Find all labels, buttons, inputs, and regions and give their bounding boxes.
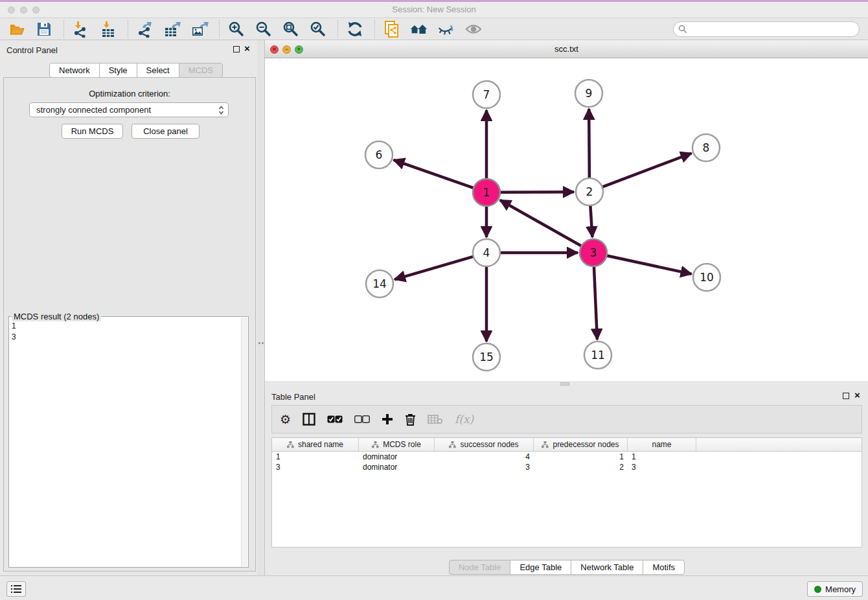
- status-bar: Memory: [0, 575, 868, 600]
- column-panel-icon[interactable]: [303, 413, 315, 426]
- mcds-result-title: MCDS result (2 nodes): [12, 312, 101, 321]
- zoom-in-icon[interactable]: [227, 20, 246, 38]
- memory-status-icon: [814, 586, 821, 593]
- tab-motifs[interactable]: Motifs: [643, 560, 685, 575]
- hide-graphics-details-icon[interactable]: [437, 20, 455, 38]
- graph-edge-3-10[interactable]: [607, 255, 692, 273]
- control-panel-title: Control Panel: [6, 45, 58, 55]
- tab-edge-table[interactable]: Edge Table: [510, 560, 571, 575]
- network-minimize-button[interactable]: −: [282, 45, 291, 54]
- tab-node-table[interactable]: Node Table: [449, 560, 511, 575]
- save-session-icon[interactable]: [35, 20, 53, 38]
- table-cell[interactable]: 3: [435, 462, 534, 472]
- column-header-MCDS-role[interactable]: MCDS role: [359, 438, 435, 451]
- graph-edge-4-14[interactable]: [394, 257, 474, 279]
- zoom-fit-icon[interactable]: [282, 20, 300, 38]
- column-header-shared-name[interactable]: shared name: [272, 438, 359, 451]
- table-settings-gear-icon[interactable]: ⚙: [280, 412, 291, 426]
- run-mcds-button[interactable]: Run MCDS: [62, 124, 123, 139]
- show-graphics-details-icon[interactable]: [464, 20, 483, 38]
- column-type-icon: [449, 441, 456, 448]
- graph-edge-2-8[interactable]: [602, 153, 692, 187]
- graph-edge-1-6[interactable]: [394, 160, 474, 188]
- toolbar-separator: [374, 20, 375, 38]
- float-table-panel-icon[interactable]: [843, 393, 849, 399]
- close-table-panel-icon[interactable]: ×: [854, 389, 860, 400]
- delete-column-trash-icon[interactable]: [405, 413, 416, 426]
- window-minimize-button[interactable]: [20, 6, 27, 14]
- unselect-all-icon[interactable]: [354, 415, 370, 423]
- split-handle[interactable]: [560, 382, 569, 386]
- tab-select[interactable]: Select: [137, 63, 179, 78]
- column-header-label: MCDS role: [383, 440, 421, 449]
- tab-style[interactable]: Style: [99, 63, 137, 78]
- tab-network-table[interactable]: Network Table: [571, 560, 643, 575]
- close-panel-button[interactable]: Close panel: [131, 124, 200, 139]
- mcds-result-scrollbar[interactable]: [241, 317, 247, 566]
- apply-layout-icon[interactable]: [346, 20, 364, 38]
- table-cell[interactable]: 1: [272, 452, 359, 462]
- close-panel-icon[interactable]: ×: [244, 43, 250, 54]
- open-session-icon[interactable]: [8, 20, 26, 38]
- control-panel-tabs: Network Style Select MCDS: [49, 63, 223, 78]
- function-builder-icon: f(x): [455, 413, 474, 426]
- graph-node-label-8: 8: [703, 141, 710, 154]
- select-all-icon[interactable]: [327, 415, 343, 423]
- import-table-icon[interactable]: [99, 20, 117, 38]
- table-cell[interactable]: 3: [272, 462, 359, 472]
- graph-node-label-1: 1: [483, 186, 490, 199]
- network-window-titlebar: × − + scc.txt: [265, 40, 868, 58]
- split-divider[interactable]: [257, 40, 264, 575]
- table-cell[interactable]: 4: [435, 452, 534, 462]
- graph-edge-2-3[interactable]: [590, 205, 592, 237]
- column-header-predecessor-nodes[interactable]: predecessor nodes: [534, 438, 628, 451]
- table-row[interactable]: 3dominator323: [272, 462, 862, 472]
- search-input[interactable]: [673, 21, 860, 37]
- criterion-dropdown[interactable]: strongly connected component: [29, 102, 229, 117]
- zoom-selected-icon[interactable]: [309, 20, 327, 38]
- chevron-up-down-icon: [218, 105, 224, 115]
- network-graph[interactable]: 7968124314101511: [265, 58, 868, 381]
- search-icon: [678, 25, 687, 34]
- network-close-button[interactable]: ×: [270, 45, 279, 54]
- add-column-icon[interactable]: [382, 413, 393, 425]
- network-window: × − + scc.txt 7968124314101511: [264, 40, 868, 387]
- import-network-icon[interactable]: [72, 20, 90, 38]
- graph-edge-2-9[interactable]: [589, 109, 589, 178]
- column-header-label: name: [652, 440, 671, 449]
- zoom-out-icon[interactable]: [255, 20, 273, 38]
- table-cell[interactable]: dominator: [359, 452, 435, 462]
- column-header-successor-nodes[interactable]: successor nodes: [435, 438, 534, 451]
- network-from-file-icon[interactable]: [383, 20, 401, 38]
- float-panel-icon[interactable]: [233, 46, 240, 52]
- network-canvas[interactable]: 7968124314101511: [265, 58, 868, 381]
- table-row[interactable]: 1dominator411: [272, 452, 862, 462]
- window-zoom-button[interactable]: [32, 6, 40, 14]
- table-cell[interactable]: dominator: [359, 462, 435, 472]
- task-history-button[interactable]: [6, 581, 26, 597]
- tab-network[interactable]: Network: [49, 63, 100, 78]
- window-close-button[interactable]: [8, 6, 15, 14]
- column-header-name[interactable]: name: [628, 438, 696, 451]
- table-panel-title: Table Panel: [271, 392, 315, 402]
- export-table-icon[interactable]: [163, 20, 181, 38]
- search-field: [673, 21, 860, 37]
- graph-edge-1-2[interactable]: [500, 192, 574, 192]
- export-image-icon[interactable]: [190, 20, 209, 38]
- tab-mcds[interactable]: MCDS: [179, 63, 223, 78]
- memory-button[interactable]: Memory: [807, 581, 863, 597]
- graph-edge-3-11[interactable]: [594, 266, 597, 340]
- toolbar-separator: [63, 20, 64, 38]
- export-network-icon[interactable]: [136, 20, 154, 38]
- mcds-result-text[interactable]: 1 3: [12, 321, 239, 564]
- table-cell[interactable]: 2: [534, 462, 628, 472]
- graph-edge-3-1[interactable]: [500, 200, 582, 246]
- table-body: 1dominator4113dominator323: [272, 452, 862, 472]
- table-cell[interactable]: 1: [628, 452, 696, 462]
- ndex-houses-icon[interactable]: [410, 20, 428, 38]
- divider-handle-icon: [258, 342, 264, 344]
- network-maximize-button[interactable]: +: [295, 45, 303, 54]
- table-cell[interactable]: 3: [628, 462, 696, 472]
- table-toolbar: ⚙ f(x): [271, 405, 862, 433]
- table-cell[interactable]: 1: [534, 452, 628, 462]
